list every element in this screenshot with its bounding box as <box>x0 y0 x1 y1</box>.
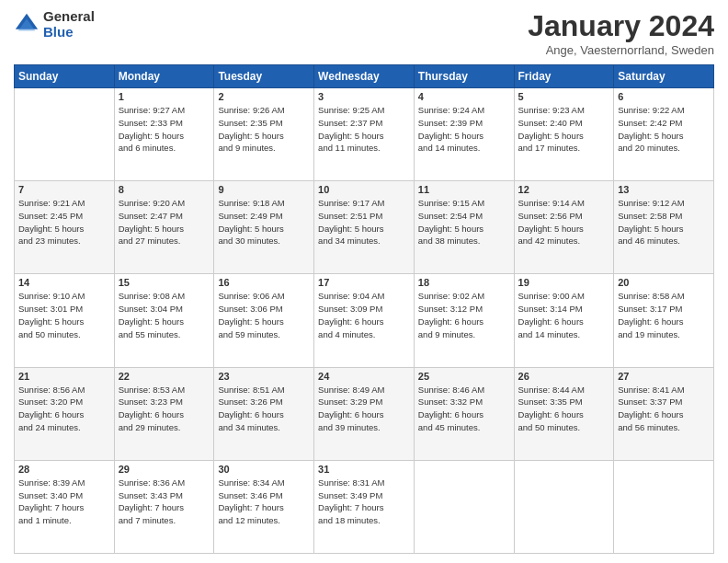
calendar-cell: 15Sunrise: 9:08 AM Sunset: 3:04 PM Dayli… <box>114 274 214 367</box>
day-number: 4 <box>418 91 510 102</box>
day-number: 23 <box>218 371 310 382</box>
day-number: 21 <box>18 371 110 382</box>
calendar-cell: 14Sunrise: 9:10 AM Sunset: 3:01 PM Dayli… <box>15 274 115 367</box>
day-number: 25 <box>418 371 510 382</box>
calendar-cell: 8Sunrise: 9:20 AM Sunset: 2:47 PM Daylig… <box>114 181 214 274</box>
calendar-cell: 26Sunrise: 8:44 AM Sunset: 3:35 PM Dayli… <box>514 367 614 460</box>
day-info: Sunrise: 9:23 AM Sunset: 2:40 PM Dayligh… <box>518 104 610 155</box>
day-number: 3 <box>318 91 410 102</box>
day-number: 20 <box>618 277 710 288</box>
header: General Blue January 2024 Ange, Vaestern… <box>14 9 714 57</box>
month-title: January 2024 <box>528 9 714 43</box>
day-info: Sunrise: 9:25 AM Sunset: 2:37 PM Dayligh… <box>318 104 410 155</box>
day-number: 30 <box>218 464 310 475</box>
calendar-cell: 31Sunrise: 8:31 AM Sunset: 3:49 PM Dayli… <box>314 460 415 553</box>
calendar-cell: 7Sunrise: 9:21 AM Sunset: 2:45 PM Daylig… <box>15 181 115 274</box>
day-number: 16 <box>218 277 310 288</box>
day-info: Sunrise: 9:04 AM Sunset: 3:09 PM Dayligh… <box>318 290 410 340</box>
calendar-week-1: 1Sunrise: 9:27 AM Sunset: 2:33 PM Daylig… <box>15 88 714 181</box>
calendar-cell: 12Sunrise: 9:14 AM Sunset: 2:56 PM Dayli… <box>514 181 614 274</box>
day-info: Sunrise: 8:41 AM Sunset: 3:37 PM Dayligh… <box>618 384 710 434</box>
day-info: Sunrise: 8:34 AM Sunset: 3:46 PM Dayligh… <box>218 477 310 527</box>
day-info: Sunrise: 9:18 AM Sunset: 2:49 PM Dayligh… <box>218 197 310 247</box>
day-number: 18 <box>418 277 510 288</box>
calendar-cell: 25Sunrise: 8:46 AM Sunset: 3:32 PM Dayli… <box>414 367 514 460</box>
calendar-table: SundayMondayTuesdayWednesdayThursdayFrid… <box>14 64 714 554</box>
calendar-cell: 28Sunrise: 8:39 AM Sunset: 3:40 PM Dayli… <box>15 460 115 553</box>
day-info: Sunrise: 8:31 AM Sunset: 3:49 PM Dayligh… <box>318 477 410 527</box>
calendar-cell <box>614 460 714 553</box>
page: General Blue January 2024 Ange, Vaestern… <box>0 0 728 563</box>
day-number: 9 <box>218 184 310 195</box>
calendar-cell: 5Sunrise: 9:23 AM Sunset: 2:40 PM Daylig… <box>514 88 614 181</box>
day-number: 19 <box>518 277 610 288</box>
calendar-cell: 2Sunrise: 9:26 AM Sunset: 2:35 PM Daylig… <box>214 88 314 181</box>
day-number: 17 <box>318 277 410 288</box>
day-number: 6 <box>618 91 710 102</box>
logo-icon <box>14 12 40 38</box>
calendar-cell: 22Sunrise: 8:53 AM Sunset: 3:23 PM Dayli… <box>114 367 214 460</box>
day-info: Sunrise: 8:46 AM Sunset: 3:32 PM Dayligh… <box>418 384 510 434</box>
day-info: Sunrise: 9:02 AM Sunset: 3:12 PM Dayligh… <box>418 290 510 340</box>
day-info: Sunrise: 8:51 AM Sunset: 3:26 PM Dayligh… <box>218 384 310 434</box>
day-info: Sunrise: 9:27 AM Sunset: 2:33 PM Dayligh… <box>119 104 210 155</box>
title-block: January 2024 Ange, Vaesternorrland, Swed… <box>528 9 714 57</box>
calendar-cell <box>514 460 614 553</box>
calendar-cell: 29Sunrise: 8:36 AM Sunset: 3:43 PM Dayli… <box>114 460 214 553</box>
day-info: Sunrise: 9:10 AM Sunset: 3:01 PM Dayligh… <box>18 290 110 340</box>
day-number: 13 <box>618 184 710 195</box>
day-number: 2 <box>218 91 310 102</box>
calendar-cell: 10Sunrise: 9:17 AM Sunset: 2:51 PM Dayli… <box>314 181 415 274</box>
day-info: Sunrise: 9:20 AM Sunset: 2:47 PM Dayligh… <box>119 197 210 247</box>
day-number: 5 <box>518 91 610 102</box>
day-info: Sunrise: 8:39 AM Sunset: 3:40 PM Dayligh… <box>18 477 110 527</box>
day-number: 12 <box>518 184 610 195</box>
calendar-header-row: SundayMondayTuesdayWednesdayThursdayFrid… <box>15 65 714 88</box>
weekday-header-thursday: Thursday <box>414 65 514 88</box>
day-info: Sunrise: 9:06 AM Sunset: 3:06 PM Dayligh… <box>218 290 310 340</box>
calendar-cell: 23Sunrise: 8:51 AM Sunset: 3:26 PM Dayli… <box>214 367 314 460</box>
day-info: Sunrise: 9:15 AM Sunset: 2:54 PM Dayligh… <box>418 197 510 247</box>
location-subtitle: Ange, Vaesternorrland, Sweden <box>528 43 714 57</box>
calendar-cell: 11Sunrise: 9:15 AM Sunset: 2:54 PM Dayli… <box>414 181 514 274</box>
day-number: 11 <box>418 184 510 195</box>
day-number: 31 <box>318 464 410 475</box>
calendar-cell: 4Sunrise: 9:24 AM Sunset: 2:39 PM Daylig… <box>414 88 514 181</box>
calendar-cell: 19Sunrise: 9:00 AM Sunset: 3:14 PM Dayli… <box>514 274 614 367</box>
calendar-cell: 16Sunrise: 9:06 AM Sunset: 3:06 PM Dayli… <box>214 274 314 367</box>
calendar-week-5: 28Sunrise: 8:39 AM Sunset: 3:40 PM Dayli… <box>15 460 714 553</box>
day-info: Sunrise: 8:56 AM Sunset: 3:20 PM Dayligh… <box>18 384 110 434</box>
weekday-header-tuesday: Tuesday <box>214 65 314 88</box>
calendar-cell: 18Sunrise: 9:02 AM Sunset: 3:12 PM Dayli… <box>414 274 514 367</box>
logo-text: General Blue <box>43 9 95 40</box>
calendar-cell: 30Sunrise: 8:34 AM Sunset: 3:46 PM Dayli… <box>214 460 314 553</box>
logo: General Blue <box>14 9 95 40</box>
calendar-cell: 9Sunrise: 9:18 AM Sunset: 2:49 PM Daylig… <box>214 181 314 274</box>
day-info: Sunrise: 8:44 AM Sunset: 3:35 PM Dayligh… <box>518 384 610 434</box>
weekday-header-wednesday: Wednesday <box>314 65 415 88</box>
calendar-cell: 20Sunrise: 8:58 AM Sunset: 3:17 PM Dayli… <box>614 274 714 367</box>
day-number: 14 <box>18 277 110 288</box>
day-number: 15 <box>119 277 210 288</box>
calendar-cell <box>414 460 514 553</box>
day-number: 8 <box>119 184 210 195</box>
weekday-header-friday: Friday <box>514 65 614 88</box>
day-number: 10 <box>318 184 410 195</box>
day-info: Sunrise: 9:22 AM Sunset: 2:42 PM Dayligh… <box>618 104 710 155</box>
calendar-cell: 6Sunrise: 9:22 AM Sunset: 2:42 PM Daylig… <box>614 88 714 181</box>
day-info: Sunrise: 8:58 AM Sunset: 3:17 PM Dayligh… <box>618 290 710 340</box>
calendar-cell <box>15 88 115 181</box>
day-info: Sunrise: 9:14 AM Sunset: 2:56 PM Dayligh… <box>518 197 610 247</box>
weekday-header-sunday: Sunday <box>15 65 115 88</box>
calendar-cell: 13Sunrise: 9:12 AM Sunset: 2:58 PM Dayli… <box>614 181 714 274</box>
weekday-header-saturday: Saturday <box>614 65 714 88</box>
day-info: Sunrise: 8:53 AM Sunset: 3:23 PM Dayligh… <box>119 384 210 434</box>
calendar-week-4: 21Sunrise: 8:56 AM Sunset: 3:20 PM Dayli… <box>15 367 714 460</box>
day-number: 26 <box>518 371 610 382</box>
calendar-cell: 17Sunrise: 9:04 AM Sunset: 3:09 PM Dayli… <box>314 274 415 367</box>
day-number: 1 <box>119 91 210 102</box>
day-info: Sunrise: 9:24 AM Sunset: 2:39 PM Dayligh… <box>418 104 510 155</box>
day-number: 24 <box>318 371 410 382</box>
calendar-cell: 24Sunrise: 8:49 AM Sunset: 3:29 PM Dayli… <box>314 367 415 460</box>
calendar-week-2: 7Sunrise: 9:21 AM Sunset: 2:45 PM Daylig… <box>15 181 714 274</box>
